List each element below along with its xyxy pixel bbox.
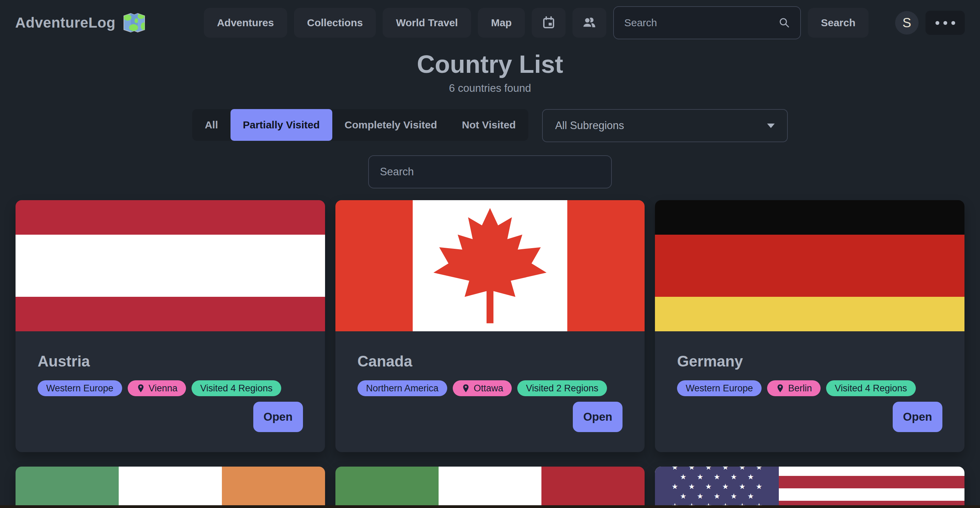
maple-leaf-icon — [433, 208, 547, 323]
region-badge: Western Europe — [38, 380, 122, 396]
country-list-page: AdventureLog Adventures Collecti — [0, 0, 980, 508]
open-button[interactable]: Open — [253, 402, 303, 432]
page-title: Country List — [0, 52, 980, 76]
country-name: Canada — [358, 353, 623, 370]
more-menu-button[interactable] — [926, 11, 965, 35]
usa-flag-canton: ★★★★★★★★★★★★★★★★★★★★★★★★★★★★★★★★★★★★★★★★… — [655, 467, 779, 508]
avatar-initial: S — [902, 16, 911, 30]
map-pin-icon — [136, 384, 145, 393]
ireland-flag — [16, 467, 325, 508]
folded-map-icon — [123, 13, 145, 33]
nav-search-button[interactable]: Search — [808, 8, 869, 38]
visited-regions-badge: Visited 4 Regions — [191, 380, 281, 396]
tab-completely-visited[interactable]: Completely Visited — [332, 109, 450, 141]
users-button[interactable] — [573, 8, 606, 38]
nav-item-collections[interactable]: Collections — [294, 8, 376, 38]
region-badge: Western Europe — [677, 380, 762, 396]
germany-flag — [655, 200, 964, 331]
open-button[interactable]: Open — [573, 402, 622, 432]
avatar[interactable]: S — [895, 11, 919, 35]
country-card-canada: Canada Northern America Ottawa Visited 2… — [336, 200, 645, 452]
map-pin-icon — [776, 384, 785, 393]
visited-regions-badge: Visited 4 Regions — [826, 380, 916, 396]
country-search-input[interactable] — [379, 165, 601, 178]
open-button[interactable]: Open — [893, 402, 942, 432]
filter-bar: All Partially Visited Completely Visited… — [0, 109, 980, 142]
country-grid-row-2: ★★★★★★★★★★★★★★★★★★★★★★★★★★★★★★★★★★★★★★★★… — [16, 467, 964, 508]
map-pin-icon — [461, 384, 470, 393]
country-name: Austria — [38, 353, 303, 370]
nav-search — [613, 6, 801, 39]
brand[interactable]: AdventureLog — [15, 13, 145, 33]
nav-search-input[interactable] — [624, 17, 773, 29]
country-name: Germany — [677, 353, 942, 370]
bottom-edge-strip — [0, 505, 980, 508]
italy-flag — [336, 467, 645, 508]
navbar: AdventureLog Adventures Collecti — [0, 0, 980, 46]
chevron-down-icon — [767, 124, 775, 128]
country-card-partial — [336, 467, 645, 508]
visited-regions-badge: Visited 2 Regions — [517, 380, 607, 396]
ellipsis-icon — [935, 21, 939, 25]
nav-item-adventures[interactable]: Adventures — [204, 8, 287, 38]
search-icon — [778, 17, 791, 29]
brand-name: AdventureLog — [15, 14, 116, 31]
countries-found-count: 6 countries found — [0, 82, 980, 94]
country-card-germany: Germany Western Europe Berlin Visited 4 … — [655, 200, 964, 452]
users-icon — [582, 15, 597, 30]
country-card-austria: Austria Western Europe Vienna Visited 4 … — [16, 200, 325, 452]
calendar-button[interactable] — [532, 8, 566, 38]
ellipsis-icon — [951, 21, 955, 25]
canada-flag — [336, 200, 645, 331]
tab-not-visited[interactable]: Not Visited — [449, 109, 528, 141]
ellipsis-icon — [943, 21, 947, 25]
tab-all[interactable]: All — [192, 109, 230, 141]
country-card-partial: ★★★★★★★★★★★★★★★★★★★★★★★★★★★★★★★★★★★★★★★★… — [655, 467, 964, 508]
capital-badge: Vienna — [128, 380, 186, 396]
usa-flag: ★★★★★★★★★★★★★★★★★★★★★★★★★★★★★★★★★★★★★★★★… — [655, 467, 964, 508]
austria-flag — [16, 200, 325, 331]
capital-badge: Berlin — [767, 380, 821, 396]
country-grid: Austria Western Europe Vienna Visited 4 … — [16, 200, 964, 452]
visited-filter-tabs: All Partially Visited Completely Visited… — [192, 109, 528, 141]
subregion-select[interactable]: All Subregions — [542, 109, 788, 142]
nav-item-world-travel[interactable]: World Travel — [383, 8, 471, 38]
country-card-partial — [16, 467, 325, 508]
tab-partially-visited[interactable]: Partially Visited — [231, 109, 332, 141]
subregion-select-value: All Subregions — [555, 119, 624, 132]
nav-item-map[interactable]: Map — [478, 8, 525, 38]
calendar-icon — [541, 16, 556, 30]
capital-badge: Ottawa — [453, 380, 512, 396]
country-search — [0, 155, 980, 188]
region-badge: Northern America — [358, 380, 447, 396]
